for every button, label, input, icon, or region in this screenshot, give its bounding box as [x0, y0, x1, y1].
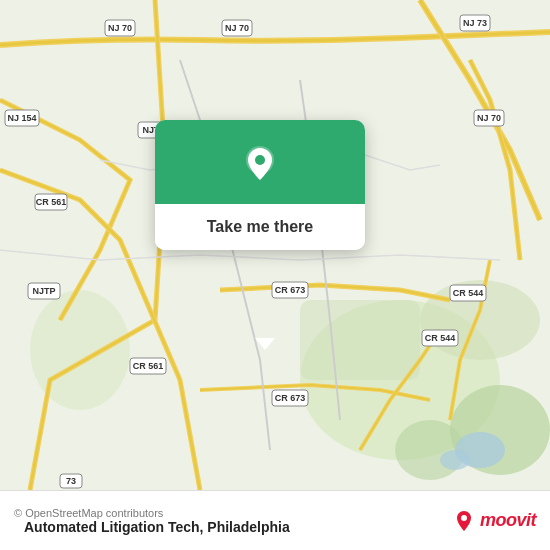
svg-text:NJ 154: NJ 154 — [7, 113, 36, 123]
svg-point-3 — [30, 290, 130, 410]
take-me-there-button[interactable]: Take me there — [155, 204, 365, 250]
popup-green-header — [155, 120, 365, 204]
map-attribution: © OpenStreetMap contributors — [14, 507, 452, 519]
svg-rect-4 — [300, 300, 420, 380]
svg-text:73: 73 — [66, 476, 76, 486]
svg-point-38 — [255, 155, 265, 165]
svg-text:NJ 70: NJ 70 — [108, 23, 132, 33]
moovit-logo: moovit — [452, 509, 536, 533]
svg-text:CR 673: CR 673 — [275, 285, 306, 295]
svg-text:CR 561: CR 561 — [133, 361, 164, 371]
moovit-brand-name: moovit — [480, 510, 536, 531]
location-pin-icon — [238, 142, 282, 186]
svg-text:CR 544: CR 544 — [425, 333, 456, 343]
svg-point-6 — [395, 420, 465, 480]
location-popup: Take me there — [155, 120, 365, 250]
svg-text:NJTP: NJTP — [32, 286, 55, 296]
svg-point-39 — [461, 515, 467, 521]
location-title: Automated Litigation Tech, Philadelphia — [24, 519, 452, 535]
svg-text:NJ 70: NJ 70 — [225, 23, 249, 33]
svg-text:CR 544: CR 544 — [453, 288, 484, 298]
svg-point-8 — [440, 450, 470, 470]
map-container: NJ 70 NJ 70 NJ 73 NJ 154 NJTP NJ 70 CR 5… — [0, 0, 550, 490]
svg-text:NJ 70: NJ 70 — [477, 113, 501, 123]
moovit-pin-icon — [452, 509, 476, 533]
svg-text:CR 673: CR 673 — [275, 393, 306, 403]
svg-text:CR 561: CR 561 — [36, 197, 67, 207]
svg-text:NJ 73: NJ 73 — [463, 18, 487, 28]
bottom-bar: © OpenStreetMap contributors Automated L… — [0, 490, 550, 550]
